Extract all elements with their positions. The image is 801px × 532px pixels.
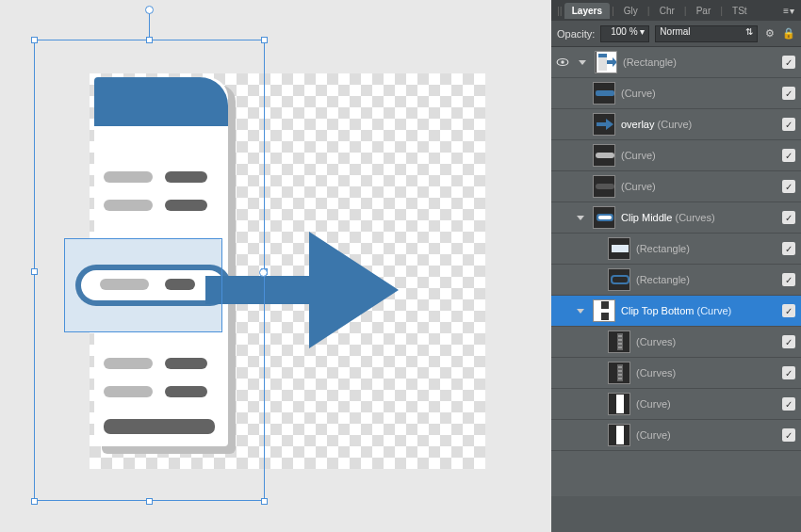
layer-list[interactable]: (Rectangle)✓(Curve)✓overlay (Curve)✓(Cur… — [551, 47, 801, 496]
subselection-box[interactable] — [64, 238, 222, 332]
layer-name[interactable]: Clip Top Bottom (Curve) — [621, 305, 776, 316]
tab-tst[interactable]: TSt — [725, 3, 755, 19]
layer-checkbox[interactable]: ✓ — [782, 211, 795, 224]
svg-rect-24 — [618, 335, 622, 337]
layer-thumbnail — [608, 424, 630, 446]
rotation-stem — [149, 11, 150, 40]
layer-name[interactable]: (Curve) — [636, 429, 776, 441]
disclosure-triangle-icon[interactable] — [574, 211, 587, 224]
svg-rect-31 — [618, 370, 622, 372]
layer-checkbox[interactable]: ✓ — [782, 56, 795, 69]
visibility-eye-icon[interactable] — [555, 55, 570, 70]
disclosure-triangle-icon[interactable] — [574, 304, 587, 317]
layer-row[interactable]: (Rectangle)✓ — [551, 47, 801, 78]
blend-mode-select[interactable]: Normal ⇅ — [655, 25, 758, 42]
layer-checkbox[interactable]: ✓ — [782, 242, 795, 255]
layer-name[interactable]: (Curve) — [621, 150, 776, 161]
svg-rect-35 — [616, 395, 624, 413]
layer-thumbnail — [593, 82, 615, 105]
layer-thumbnail — [608, 393, 630, 415]
layer-row[interactable]: (Curve)✓ — [551, 420, 801, 451]
svg-rect-26 — [618, 343, 622, 345]
resize-handle[interactable] — [261, 37, 268, 43]
layer-row[interactable]: (Rectangle)✓ — [551, 265, 801, 296]
tab-layers[interactable]: Layers — [564, 3, 610, 19]
grip-icon[interactable]: || — [557, 5, 563, 16]
layer-name[interactable]: (Rectangle) — [636, 243, 776, 254]
layer-name[interactable]: overlay (Curve) — [621, 119, 776, 130]
layer-checkbox[interactable]: ✓ — [782, 428, 795, 442]
layers-panel: || Layers | Gly | Chr | Par | TSt ≡▾ Opa… — [551, 0, 801, 532]
gear-icon[interactable]: ⚙ — [763, 27, 776, 40]
layer-name[interactable]: (Rectangle) — [636, 274, 776, 285]
panel-tabbar: || Layers | Gly | Chr | Par | TSt ≡▾ — [551, 0, 801, 21]
layer-thumbnail — [593, 299, 615, 322]
svg-rect-33 — [618, 378, 622, 379]
layer-thumbnail — [608, 330, 630, 353]
layer-checkbox[interactable]: ✓ — [782, 366, 795, 379]
tab-gly[interactable]: Gly — [616, 3, 646, 19]
layer-row[interactable]: (Curve)✓ — [551, 78, 801, 109]
lock-icon[interactable]: 🔒 — [782, 27, 795, 40]
layer-name[interactable]: (Curve) — [621, 181, 776, 192]
layer-thumbnail — [608, 362, 630, 384]
rotation-handle[interactable] — [145, 6, 154, 14]
layer-checkbox[interactable]: ✓ — [782, 397, 795, 411]
layer-checkbox[interactable]: ✓ — [782, 87, 795, 100]
layer-name[interactable]: (Curves) — [636, 336, 776, 347]
layer-checkbox[interactable]: ✓ — [782, 118, 795, 131]
svg-rect-37 — [616, 426, 624, 444]
disclosure-triangle-icon[interactable] — [576, 56, 589, 69]
layer-row[interactable]: (Curve)✓ — [551, 171, 801, 202]
layer-thumbnail — [593, 175, 615, 198]
svg-rect-20 — [601, 301, 609, 309]
layer-name[interactable]: (Curves) — [636, 367, 776, 379]
layer-row[interactable]: Clip Middle (Curves)✓ — [551, 202, 801, 234]
canvas[interactable] — [0, 0, 551, 532]
resize-handle[interactable] — [31, 268, 38, 275]
tab-chr[interactable]: Chr — [652, 3, 682, 19]
layer-row[interactable]: Clip Top Bottom (Curve)✓ — [551, 296, 801, 327]
layer-row[interactable]: (Curves)✓ — [551, 327, 801, 358]
svg-rect-32 — [618, 374, 622, 376]
layer-name[interactable]: (Curve) — [621, 88, 776, 99]
resize-handle[interactable] — [146, 37, 153, 43]
layer-row[interactable]: overlay (Curve)✓ — [551, 109, 801, 140]
layer-row[interactable]: (Curve)✓ — [551, 140, 801, 171]
panel-menu-icon[interactable]: ≡▾ — [783, 6, 795, 16]
layer-thumbnail — [593, 113, 615, 136]
svg-point-1 — [561, 60, 564, 64]
opacity-row: Opacity: 100 % ▾ Normal ⇅ ⚙ 🔒 — [551, 21, 801, 47]
svg-rect-6 — [596, 90, 614, 96]
layer-thumbnail — [593, 144, 615, 167]
layer-checkbox[interactable]: ✓ — [782, 335, 795, 348]
layer-row[interactable]: (Rectangle)✓ — [551, 234, 801, 265]
layer-thumbnail — [595, 51, 617, 73]
layer-row[interactable]: (Curve)✓ — [551, 389, 801, 420]
layer-name[interactable]: Clip Middle (Curves) — [621, 212, 776, 223]
resize-handle[interactable] — [31, 37, 38, 43]
svg-rect-27 — [618, 347, 622, 348]
layer-checkbox[interactable]: ✓ — [782, 149, 795, 162]
svg-rect-25 — [618, 339, 622, 341]
layer-name[interactable]: (Rectangle) — [623, 56, 776, 68]
opacity-input[interactable]: 100 % ▾ — [600, 25, 649, 42]
resize-handle[interactable] — [261, 498, 268, 505]
layer-thumbnail — [608, 268, 630, 291]
opacity-label: Opacity: — [557, 28, 595, 40]
svg-rect-21 — [601, 313, 609, 320]
anchor-handle[interactable] — [259, 268, 268, 277]
resize-handle[interactable] — [31, 498, 38, 505]
svg-rect-30 — [618, 366, 622, 368]
layer-row[interactable]: (Curves)✓ — [551, 358, 801, 389]
layer-checkbox[interactable]: ✓ — [782, 180, 795, 193]
tab-par[interactable]: Par — [689, 3, 719, 19]
layer-checkbox[interactable]: ✓ — [782, 273, 795, 286]
panel-footer — [551, 496, 801, 532]
layer-name[interactable]: (Curve) — [636, 398, 776, 410]
resize-handle[interactable] — [146, 498, 153, 505]
svg-rect-4 — [598, 54, 607, 57]
svg-rect-9 — [596, 153, 614, 158]
layer-checkbox[interactable]: ✓ — [782, 304, 795, 317]
svg-rect-16 — [612, 245, 629, 252]
